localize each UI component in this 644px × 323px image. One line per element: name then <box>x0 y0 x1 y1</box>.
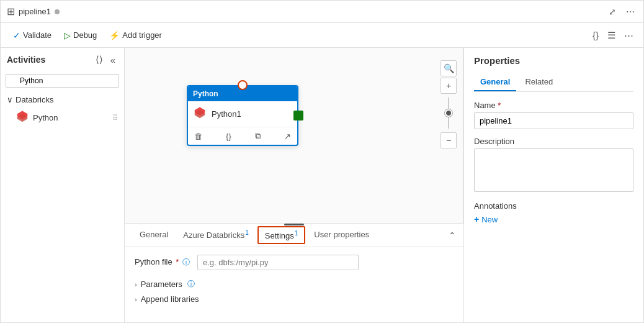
plus-icon: + <box>474 214 479 224</box>
delete-node-button[interactable]: 🗑 <box>193 130 203 142</box>
settings-badge: 1 <box>295 230 298 237</box>
zoom-in-button[interactable]: + <box>441 78 457 94</box>
description-field: Description <box>474 137 633 194</box>
annotations-label: Annotations <box>474 201 633 211</box>
required-star: * <box>176 257 179 266</box>
add-trigger-button[interactable]: ⚡ Add trigger <box>104 28 167 43</box>
info-icon[interactable]: ⓘ <box>182 258 190 266</box>
python-file-input[interactable] <box>197 255 359 270</box>
template-button[interactable]: ☰ <box>605 29 618 42</box>
name-input[interactable] <box>474 112 633 129</box>
app-icon: ⊞ <box>7 6 15 17</box>
collapse-panel-button[interactable]: ⌃ <box>449 230 456 240</box>
sidebar-header: Activities ⟨⟩ « <box>1 48 124 71</box>
azure-databricks-badge: 1 <box>245 229 249 236</box>
debug-button[interactable]: ▷ Debug <box>59 28 102 43</box>
node-name: Python1 <box>212 109 241 119</box>
sidebar-header-actions: ⟨⟩ « <box>93 53 118 66</box>
validate-button[interactable]: ✓ Validate <box>8 28 56 43</box>
code-node-button[interactable]: {} <box>225 130 233 142</box>
name-label: Name * <box>474 101 633 110</box>
append-libraries-row[interactable]: › Append libraries <box>135 292 454 306</box>
sidebar-section-header[interactable]: ∨ Databricks <box>1 93 124 107</box>
more-options-button[interactable]: ⋯ <box>624 6 637 18</box>
bottom-panel-content: Python file * ⓘ › Parameters ⓘ › Append … <box>125 247 463 314</box>
parameters-chevron: › <box>135 281 137 288</box>
activity-node: Python Python1 <box>187 85 298 146</box>
toolbar: ✓ Validate ▷ Debug ⚡ Add trigger {} ☰ ⋯ <box>1 23 643 48</box>
zoom-slider[interactable] <box>448 98 449 129</box>
properties-tabs: General Related <box>474 73 633 92</box>
title-bar-actions: ⤢ ⋯ <box>606 6 637 18</box>
annotations-field: Annotations + New <box>474 201 633 224</box>
main-layout: Activities ⟨⟩ « ∨ Databricks <box>1 48 643 322</box>
props-tab-related[interactable]: Related <box>519 73 559 91</box>
unsaved-dot <box>55 9 60 14</box>
canvas-main: Python Python1 <box>125 48 463 223</box>
zoom-search-button[interactable]: 🔍 <box>441 60 457 76</box>
sidebar-search <box>1 71 124 90</box>
props-tab-general[interactable]: General <box>474 73 516 91</box>
tab-azure-databricks[interactable]: Azure Databricks1 <box>176 224 256 246</box>
parameters-info-icon[interactable]: ⓘ <box>187 279 195 289</box>
search-input[interactable] <box>6 74 119 88</box>
title-bar: ⊞ pipeline1 ⤢ ⋯ <box>1 1 643 23</box>
copy-node-button[interactable]: ⧉ <box>254 130 262 142</box>
properties-panel: Properties General Related Name * Descri… <box>463 48 643 322</box>
toolbar-more-button[interactable]: ⋯ <box>622 29 636 42</box>
python-file-row: Python file * ⓘ <box>135 255 454 270</box>
debug-icon: ▷ <box>64 30 71 40</box>
chevron-down-icon: ∨ <box>7 95 13 104</box>
description-textarea[interactable] <box>474 148 633 192</box>
sidebar: Activities ⟨⟩ « ∨ Databricks <box>1 48 125 322</box>
properties-title: Properties <box>474 55 633 66</box>
new-annotation-button[interactable]: + New <box>474 214 498 224</box>
databricks-icon <box>16 110 29 125</box>
node-databricks-icon <box>193 106 207 122</box>
append-chevron: › <box>135 296 137 303</box>
python-activity-label: Python <box>33 113 58 122</box>
sidebar-collapse-button[interactable]: ⟨⟩ <box>93 53 105 66</box>
tab-settings[interactable]: Settings1 <box>257 226 306 244</box>
parameters-row[interactable]: › Parameters ⓘ <box>135 276 454 292</box>
pipeline-name: pipeline1 <box>19 7 51 16</box>
canvas-area[interactable]: Python Python1 <box>125 48 463 223</box>
connect-node-button[interactable]: ↗ <box>283 130 292 142</box>
node-connector-right[interactable] <box>293 111 303 121</box>
drag-bar <box>284 224 304 225</box>
code-button[interactable]: {} <box>590 29 601 42</box>
tab-general[interactable]: General <box>132 225 176 245</box>
drag-handle: ⠿ <box>112 114 118 122</box>
name-required: * <box>498 101 501 110</box>
node-connector-top[interactable] <box>238 80 248 90</box>
section-label: Databricks <box>16 95 53 104</box>
canvas-controls: 🔍 + − <box>441 60 457 148</box>
sidebar-item-python[interactable]: Python ⠿ <box>1 107 124 129</box>
name-field: Name * <box>474 101 633 129</box>
bottom-panel-tabs: General Azure Databricks1 Settings1 User… <box>125 224 463 247</box>
tab-user-properties[interactable]: User properties <box>306 225 377 245</box>
sidebar-databricks-section: ∨ Databricks Python ⠿ <box>1 90 124 131</box>
python-file-label: Python file * ⓘ <box>135 257 190 268</box>
trigger-icon: ⚡ <box>109 30 120 40</box>
sidebar-narrow-button[interactable]: « <box>108 53 118 66</box>
node-body: Python1 <box>188 101 297 127</box>
validate-icon: ✓ <box>13 30 20 40</box>
expand-button[interactable]: ⤢ <box>606 6 619 18</box>
node-footer: 🗑 {} ⧉ ↗ <box>188 127 297 145</box>
description-label: Description <box>474 137 633 146</box>
bottom-panel: General Azure Databricks1 Settings1 User… <box>125 223 463 322</box>
zoom-out-button[interactable]: − <box>441 132 457 148</box>
sidebar-title: Activities <box>7 55 45 65</box>
toolbar-right: {} ☰ ⋯ <box>590 29 636 42</box>
